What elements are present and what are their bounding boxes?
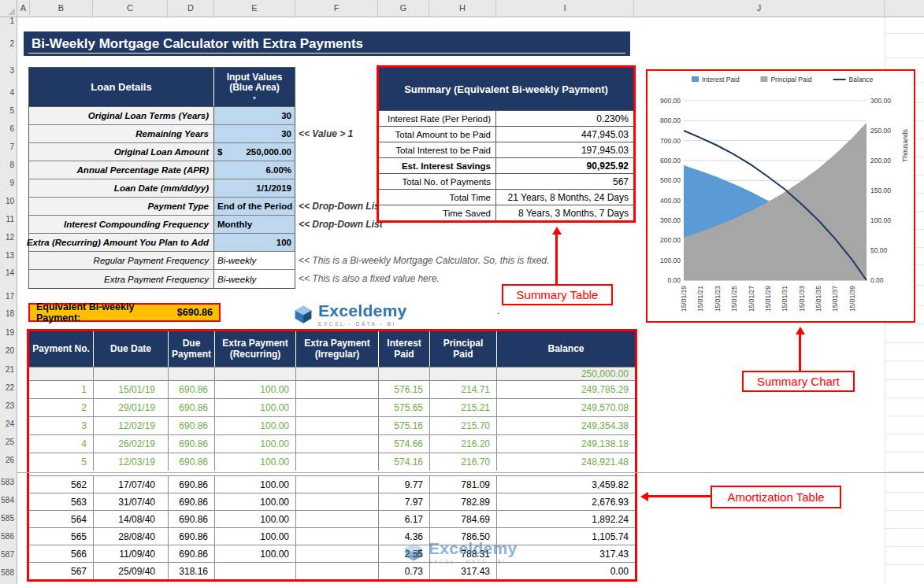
row-header-14[interactable]: 14 [6,268,14,279]
loan-row-value[interactable]: $250,000.00 [213,143,295,161]
cell-no[interactable]: 2 [29,399,94,416]
cell-extra_recurring[interactable]: 100.00 [215,476,296,493]
row-header-24[interactable]: 24 [6,419,14,430]
column-header-C[interactable]: C [93,0,168,17]
summary-row-label[interactable]: Interest Rate (Per Period) [379,111,496,126]
cell-balance[interactable]: 249,570.08 [497,399,635,416]
cell-due_payment[interactable]: 690.86 [169,399,215,416]
row-header-5[interactable]: 5 [9,105,14,116]
loan-row-value[interactable]: 30 [213,107,295,124]
row-header-586[interactable]: 586 [1,531,14,542]
cell-interest[interactable]: 9.77 [379,476,430,493]
row-header-12[interactable]: 12 [6,232,14,243]
row-header-588[interactable]: 588 [1,567,14,578]
row-header-584[interactable]: 584 [1,495,14,506]
loan-row-value[interactable]: 6.00% [213,161,295,179]
summary-row-label[interactable]: Total Time [379,190,496,205]
cell-interest[interactable] [379,368,430,380]
cell-no[interactable]: 567 [29,563,94,579]
amortization-column-header[interactable]: Interest Paid [379,331,430,367]
equivalent-payment-box[interactable]: Equivalent Bi-weekly Payment: $690.86 [28,303,221,322]
cell-principal[interactable]: 216.70 [430,453,497,471]
cell-extra_irregular[interactable] [296,417,379,434]
cell-extra_irregular[interactable] [296,545,379,562]
cell-balance[interactable]: 2,676.93 [497,493,635,510]
amortization-column-header[interactable]: Balance [497,331,635,367]
summary-table-header[interactable]: Summary (Equivalent Bi-weekly Payment) [379,68,633,110]
cell-due_payment[interactable] [169,368,215,380]
cell-extra_irregular[interactable] [296,381,379,398]
cell-balance[interactable]: 1,892.24 [497,511,635,527]
loan-row-label[interactable]: Extra (Recurring) Amount You Plan to Add [29,234,213,251]
loan-row-label[interactable]: Payment Type [29,198,213,215]
cell-due_payment[interactable]: 690.86 [169,545,215,562]
column-header-I[interactable]: I [496,0,634,17]
cell-principal[interactable]: 214.71 [430,381,497,398]
cell-principal[interactable] [430,368,497,380]
cell-extra_irregular[interactable] [296,511,379,527]
cell-extra_irregular[interactable] [296,368,379,380]
loan-row-label[interactable]: Loan Date (mm/dd/yy) [29,179,213,197]
row-header-18[interactable]: 18 [6,309,14,320]
cell-due_date[interactable]: 29/01/19 [94,399,169,416]
cell-extra_irregular[interactable] [296,399,379,416]
cell-principal[interactable]: 216.20 [430,435,497,453]
row-header-2[interactable]: 2 [9,39,14,50]
row-header-10[interactable]: 10 [6,196,14,207]
cell-extra_recurring[interactable]: 100.00 [215,511,296,527]
loan-row-value[interactable]: Monthly [213,216,295,233]
row-header-13[interactable]: 13 [6,250,14,261]
row-header-22[interactable]: 22 [6,383,14,394]
cell-due_payment[interactable]: 690.86 [169,476,215,493]
row-header-3[interactable]: 3 [9,65,14,76]
loan-row-label[interactable]: Annual Percentage Rate (APR) [29,161,213,179]
summary-row-value[interactable]: 8 Years, 3 Months, 7 Days [496,205,633,220]
cell-extra_recurring[interactable]: 100.00 [215,417,296,434]
loan-row-label[interactable]: Remaining Years [29,125,213,142]
cell-balance[interactable]: 249,138.18 [497,435,635,453]
cell-extra_irregular[interactable] [296,563,379,579]
column-header-E[interactable]: E [214,0,295,17]
loan-row-value[interactable]: Bi-weekly [213,270,295,288]
cell-extra_recurring[interactable] [215,563,296,579]
cell-balance[interactable]: 3,459.82 [497,476,635,493]
cell-extra_recurring[interactable]: 100.00 [215,493,296,510]
cell-due_payment[interactable]: 690.86 [169,453,215,471]
summary-chart[interactable]: 0.00100.00200.00300.00400.00500.00600.00… [646,69,915,323]
column-header-A[interactable]: A [17,0,30,17]
cell-no[interactable]: 562 [29,476,94,493]
cell-principal[interactable]: 781.09 [430,476,497,493]
cell-no[interactable] [29,368,94,380]
cell-due_payment[interactable]: 690.86 [169,511,215,527]
cell-balance[interactable]: 249,785.29 [497,381,635,398]
cell-balance[interactable]: 249,354.38 [497,417,635,434]
cell-due_payment[interactable]: 690.86 [169,528,215,545]
cell-balance[interactable]: 248,921.48 [497,453,635,471]
cell-due_date[interactable]: 11/09/40 [94,545,169,562]
cell-due_payment[interactable]: 690.86 [169,417,215,434]
amortization-column-header[interactable]: Extra Payment (Recurring) [215,331,296,367]
summary-row-label[interactable]: Est. Interest Savings [379,158,496,173]
loan-row-label[interactable]: Interest Compounding Frequency [29,216,213,233]
cell-interest[interactable]: 0.73 [379,563,430,579]
row-header-25[interactable]: 25 [6,437,14,448]
loan-row-value[interactable]: 1/1/2019 [213,179,295,197]
loan-row-value[interactable]: 100 [213,234,295,251]
column-header-B[interactable]: B [30,0,93,17]
row-header-19[interactable]: 19 [6,327,14,338]
cell-extra_irregular[interactable] [296,453,379,471]
stray-cell-dot[interactable]: . [497,305,499,316]
amortization-column-header[interactable]: Extra Payment (Irregular) [296,331,379,367]
row-header-7[interactable]: 7 [9,142,14,153]
cell-interest[interactable]: 574.66 [379,435,430,453]
cell-interest[interactable]: 6.17 [379,511,430,527]
loan-row-label[interactable]: Regular Payment Frequency [29,252,213,269]
loan-row-value[interactable]: End of the Period [213,198,295,215]
cell-extra_irregular[interactable] [296,476,379,493]
cell-extra_recurring[interactable]: 100.00 [215,381,296,398]
cell-due_date[interactable]: 31/07/40 [94,493,169,510]
cell-extra_irregular[interactable] [296,435,379,453]
cell-interest[interactable]: 7.97 [379,493,430,510]
summary-row-value[interactable]: 90,925.92 [496,158,633,173]
loan-details-header[interactable]: Loan Details [29,68,213,106]
